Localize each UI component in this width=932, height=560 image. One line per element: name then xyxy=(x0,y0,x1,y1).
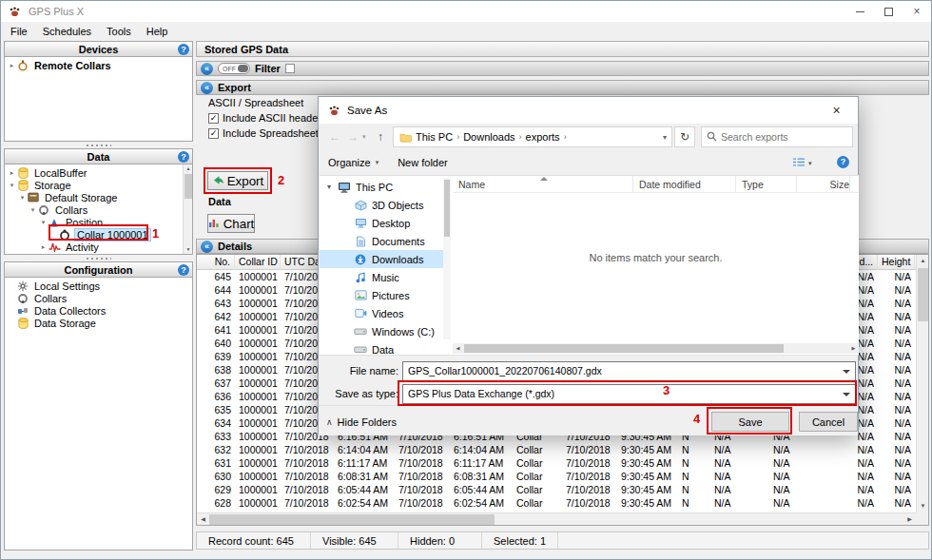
tree-item-activity[interactable]: ▸Activity xyxy=(5,241,192,253)
breadcrumb-item-this-pc[interactable]: This PC xyxy=(416,131,453,143)
filter-toggle[interactable]: OFF xyxy=(218,63,250,74)
menu-tools[interactable]: Tools xyxy=(99,24,139,39)
maximize-button[interactable] xyxy=(874,1,903,22)
splitter-handle[interactable] xyxy=(4,142,193,148)
tree-item-data-storage[interactable]: Data Storage xyxy=(5,317,192,329)
folder-item-music[interactable]: Music xyxy=(320,268,443,286)
cancel-button[interactable]: Cancel xyxy=(799,412,858,432)
collapse-icon[interactable]: « xyxy=(201,241,213,253)
help-icon[interactable]: ? xyxy=(178,264,189,276)
folder-item-videos[interactable]: Videos xyxy=(320,304,443,322)
scroll-up-icon[interactable]: ▲ xyxy=(184,164,193,173)
table-row[interactable]: 62910000017/10/20186:05:44 AM7/10/20186:… xyxy=(197,483,916,496)
tree-item-data-collectors[interactable]: Data Collectors xyxy=(5,304,192,317)
list-column-size[interactable]: Size xyxy=(797,176,850,193)
column-header[interactable]: Collar ID xyxy=(235,255,281,270)
scroll-down-icon[interactable]: ▼ xyxy=(184,245,193,254)
back-icon[interactable]: ← xyxy=(326,128,343,145)
help-icon[interactable]: ? xyxy=(837,156,849,168)
tree-item-remote-collars[interactable]: ▸Remote Collars xyxy=(5,59,192,71)
collapse-arrow-icon[interactable]: ▾ xyxy=(325,183,333,191)
breadcrumb-item-exports[interactable]: exports xyxy=(526,131,560,143)
tree-item-collars[interactable]: ▾Collars xyxy=(5,203,192,216)
chevron-right-icon: › xyxy=(456,132,459,142)
folder-item-desktop[interactable]: Desktop xyxy=(320,214,443,232)
folder-item-downloads[interactable]: Downloads xyxy=(320,250,443,268)
folder-item-documents[interactable]: Documents xyxy=(320,232,443,250)
view-options-button[interactable]: ▾ xyxy=(792,157,812,169)
folder-item-windows-c[interactable]: Windows (C:) xyxy=(320,322,443,340)
history-chevron-icon[interactable]: ▾ xyxy=(362,133,366,141)
list-column-name[interactable]: Name xyxy=(453,176,633,193)
table-row[interactable]: 63210000017/10/20186:14:04 AM7/10/20186:… xyxy=(197,443,916,456)
collapse-arrow-icon[interactable]: ▾ xyxy=(8,179,16,191)
tree-item-default-storage[interactable]: ▾Default Storage xyxy=(5,191,192,203)
new-folder-button[interactable]: New folder xyxy=(398,157,448,168)
scroll-left-icon[interactable]: ◀ xyxy=(197,513,209,526)
scroll-right-icon[interactable]: ▶ xyxy=(903,513,916,526)
scroll-left-icon[interactable]: ◀ xyxy=(453,343,463,354)
search-box[interactable] xyxy=(701,126,853,147)
vertical-scrollbar[interactable]: ▲ ▼ xyxy=(916,255,928,512)
help-icon[interactable]: ? xyxy=(178,151,189,163)
menu-file[interactable]: File xyxy=(3,24,35,39)
table-row[interactable]: 63010000017/10/20186:08:31 AM7/10/20186:… xyxy=(197,470,916,483)
chevron-down-icon[interactable] xyxy=(838,363,854,379)
breadcrumb-dropdown-icon[interactable]: ▾ xyxy=(663,133,667,142)
search-input[interactable] xyxy=(721,131,833,143)
breadcrumb-item-downloads[interactable]: Downloads xyxy=(463,131,515,143)
folder-item-3d-objects[interactable]: 3D Objects xyxy=(320,196,443,214)
scroll-thumb[interactable] xyxy=(444,180,450,237)
scroll-down-icon[interactable]: ▼ xyxy=(917,500,929,512)
collapse-icon[interactable]: « xyxy=(201,82,213,94)
cell: N/A xyxy=(878,297,915,310)
file-name-input[interactable]: GPS_Collar1000001_20220706140807.gdx xyxy=(402,361,856,381)
tree-item-collars[interactable]: Collars xyxy=(5,292,192,304)
breadcrumb[interactable]: This PC›Downloads›exports› ▾ xyxy=(393,126,672,147)
splitter-handle[interactable] xyxy=(4,255,193,261)
help-icon[interactable]: ? xyxy=(178,44,189,55)
dialog-close-button[interactable]: × xyxy=(815,97,858,124)
folder-item-pictures[interactable]: Pictures xyxy=(320,286,443,304)
column-header[interactable]: No. xyxy=(197,255,235,270)
horizontal-scrollbar[interactable]: ◀ ▶ xyxy=(197,512,916,525)
folder-item-data[interactable]: Data xyxy=(320,340,443,356)
chart-button[interactable]: Chart xyxy=(207,214,255,233)
expand-arrow-icon[interactable]: ▸ xyxy=(8,59,16,71)
collapse-arrow-icon[interactable]: ▾ xyxy=(39,216,48,228)
scroll-thumb[interactable] xyxy=(209,514,495,525)
refresh-icon[interactable]: ↻ xyxy=(674,126,695,147)
scroll-thumb[interactable] xyxy=(184,174,192,199)
minimize-button[interactable] xyxy=(845,1,874,22)
collapse-arrow-icon[interactable]: ▾ xyxy=(18,191,27,203)
table-row[interactable]: 62810000017/10/20186:02:54 AM7/10/20186:… xyxy=(197,496,916,510)
file-list-scrollbar[interactable]: ◀ ▶ xyxy=(453,343,859,354)
folder-item-label: Windows (C:) xyxy=(372,326,435,338)
close-button[interactable]: × xyxy=(903,1,931,22)
organize-button[interactable]: Organize ▾ xyxy=(328,157,379,168)
list-column-type[interactable]: Type xyxy=(736,176,797,193)
menu-schedules[interactable]: Schedules xyxy=(35,24,99,39)
forward-icon[interactable]: → xyxy=(344,128,361,145)
data-tree-scrollbar[interactable]: ▲ ▼ xyxy=(183,164,192,254)
checkbox-include-ascii-header[interactable]: ✓Include ASCII header xyxy=(208,112,321,124)
hide-folders-button[interactable]: ∧ Hide Folders xyxy=(326,412,397,432)
table-row[interactable]: 63110000017/10/20186:11:17 AM7/10/20186:… xyxy=(197,456,916,470)
column-header[interactable]: Height xyxy=(878,255,915,270)
collapse-arrow-icon[interactable]: ▾ xyxy=(29,203,37,216)
menu-help[interactable]: Help xyxy=(139,24,176,39)
up-icon[interactable]: ↑ xyxy=(372,128,389,145)
scroll-up-icon[interactable]: ▲ xyxy=(917,255,929,267)
tree-item-localbuffer[interactable]: ▸LocalBuffer xyxy=(5,166,192,179)
list-column-date-modified[interactable]: Date modified xyxy=(633,176,736,193)
folder-item-this-pc[interactable]: ▾This PC xyxy=(320,178,443,196)
tree-item-local-settings[interactable]: Local Settings xyxy=(5,280,192,292)
expand-arrow-icon[interactable]: ▸ xyxy=(8,166,16,179)
folder-tree-scrollbar[interactable] xyxy=(443,178,451,339)
collapse-icon[interactable]: « xyxy=(201,63,213,75)
scroll-right-icon[interactable]: ▶ xyxy=(848,343,859,354)
expand-arrow-icon[interactable]: ▸ xyxy=(39,241,48,253)
scroll-thumb[interactable] xyxy=(918,268,928,321)
tree-item-storage[interactable]: ▾Storage xyxy=(5,179,192,191)
scroll-thumb[interactable] xyxy=(464,344,784,353)
